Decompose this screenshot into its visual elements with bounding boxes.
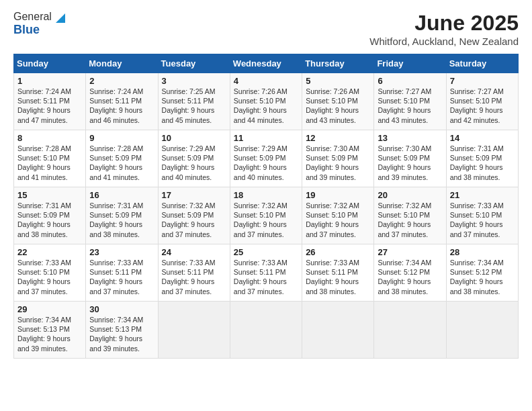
day-number: 28	[450, 247, 515, 257]
day-info: Sunrise: 7:34 AMSunset: 5:12 PMDaylight:…	[450, 259, 504, 295]
day-number: 27	[378, 247, 442, 257]
table-row	[158, 302, 230, 359]
calendar-week-row: 1Sunrise: 7:24 AMSunset: 5:11 PMDaylight…	[14, 73, 519, 130]
table-row: 7Sunrise: 7:27 AMSunset: 5:10 PMDaylight…	[446, 73, 518, 130]
day-info: Sunrise: 7:26 AMSunset: 5:10 PMDaylight:…	[234, 87, 287, 124]
day-number: 8	[17, 133, 82, 143]
calendar-table: Sunday Monday Tuesday Wednesday Thursday…	[13, 54, 519, 359]
table-row	[446, 302, 518, 359]
day-info: Sunrise: 7:28 AMSunset: 5:09 PMDaylight:…	[89, 144, 143, 181]
table-row: 26Sunrise: 7:33 AMSunset: 5:11 PMDayligh…	[302, 244, 374, 302]
table-row: 23Sunrise: 7:33 AMSunset: 5:11 PMDayligh…	[86, 244, 158, 302]
day-info: Sunrise: 7:33 AMSunset: 5:11 PMDaylight:…	[162, 259, 216, 295]
day-number: 20	[378, 190, 442, 200]
table-row: 15Sunrise: 7:31 AMSunset: 5:09 PMDayligh…	[14, 187, 86, 244]
col-thursday: Thursday	[302, 54, 374, 73]
table-row	[230, 302, 302, 359]
day-info: Sunrise: 7:27 AMSunset: 5:10 PMDaylight:…	[450, 87, 504, 124]
table-row: 25Sunrise: 7:33 AMSunset: 5:11 PMDayligh…	[230, 244, 302, 302]
table-row: 12Sunrise: 7:30 AMSunset: 5:09 PMDayligh…	[302, 130, 374, 187]
day-number: 18	[234, 190, 298, 200]
table-row: 24Sunrise: 7:33 AMSunset: 5:11 PMDayligh…	[158, 244, 230, 302]
col-sunday: Sunday	[14, 54, 86, 73]
table-row: 8Sunrise: 7:28 AMSunset: 5:10 PMDaylight…	[14, 130, 86, 187]
day-info: Sunrise: 7:31 AMSunset: 5:09 PMDaylight:…	[89, 201, 143, 238]
day-number: 19	[306, 190, 370, 200]
day-info: Sunrise: 7:33 AMSunset: 5:11 PMDaylight:…	[89, 259, 143, 295]
table-row: 22Sunrise: 7:33 AMSunset: 5:10 PMDayligh…	[14, 244, 86, 302]
month-title: June 2025	[369, 11, 519, 36]
logo-arrow-icon	[53, 11, 65, 23]
day-number: 13	[378, 133, 442, 143]
day-number: 9	[89, 133, 154, 143]
header: General Blue June 2025 Whitford, Aucklan…	[13, 11, 519, 47]
day-info: Sunrise: 7:31 AMSunset: 5:09 PMDaylight:…	[17, 201, 71, 238]
table-row: 20Sunrise: 7:32 AMSunset: 5:10 PMDayligh…	[374, 187, 446, 244]
day-number: 24	[162, 247, 226, 257]
day-info: Sunrise: 7:32 AMSunset: 5:10 PMDaylight:…	[378, 201, 431, 238]
table-row: 28Sunrise: 7:34 AMSunset: 5:12 PMDayligh…	[446, 244, 518, 302]
col-friday: Friday	[374, 54, 446, 73]
table-row: 3Sunrise: 7:25 AMSunset: 5:11 PMDaylight…	[158, 73, 230, 130]
day-info: Sunrise: 7:33 AMSunset: 5:10 PMDaylight:…	[17, 259, 71, 295]
calendar-week-row: 22Sunrise: 7:33 AMSunset: 5:10 PMDayligh…	[14, 244, 519, 302]
calendar-week-row: 29Sunrise: 7:34 AMSunset: 5:13 PMDayligh…	[14, 302, 519, 359]
day-info: Sunrise: 7:27 AMSunset: 5:10 PMDaylight:…	[378, 87, 431, 124]
logo-blue-text: Blue	[13, 23, 40, 36]
day-number: 1	[17, 76, 82, 86]
calendar-week-row: 15Sunrise: 7:31 AMSunset: 5:09 PMDayligh…	[14, 187, 519, 244]
day-info: Sunrise: 7:31 AMSunset: 5:09 PMDaylight:…	[450, 144, 504, 181]
day-info: Sunrise: 7:30 AMSunset: 5:09 PMDaylight:…	[306, 144, 359, 181]
table-row: 19Sunrise: 7:32 AMSunset: 5:10 PMDayligh…	[302, 187, 374, 244]
day-info: Sunrise: 7:24 AMSunset: 5:11 PMDaylight:…	[89, 87, 143, 124]
day-info: Sunrise: 7:29 AMSunset: 5:09 PMDaylight:…	[162, 144, 216, 181]
day-number: 22	[17, 247, 82, 257]
day-number: 7	[450, 76, 515, 86]
day-info: Sunrise: 7:34 AMSunset: 5:13 PMDaylight:…	[89, 316, 143, 353]
day-number: 23	[89, 247, 154, 257]
day-info: Sunrise: 7:34 AMSunset: 5:13 PMDaylight:…	[17, 316, 71, 353]
col-wednesday: Wednesday	[230, 54, 302, 73]
day-number: 14	[450, 133, 515, 143]
day-number: 12	[306, 133, 370, 143]
table-row: 17Sunrise: 7:32 AMSunset: 5:09 PMDayligh…	[158, 187, 230, 244]
day-number: 3	[162, 76, 226, 86]
calendar-header-row: Sunday Monday Tuesday Wednesday Thursday…	[14, 54, 519, 73]
table-row: 30Sunrise: 7:34 AMSunset: 5:13 PMDayligh…	[86, 302, 158, 359]
table-row: 1Sunrise: 7:24 AMSunset: 5:11 PMDaylight…	[14, 73, 86, 130]
day-info: Sunrise: 7:24 AMSunset: 5:11 PMDaylight:…	[17, 87, 71, 124]
day-number: 15	[17, 190, 82, 200]
table-row: 13Sunrise: 7:30 AMSunset: 5:09 PMDayligh…	[374, 130, 446, 187]
col-monday: Monday	[86, 54, 158, 73]
day-info: Sunrise: 7:32 AMSunset: 5:10 PMDaylight:…	[234, 201, 287, 238]
day-info: Sunrise: 7:33 AMSunset: 5:10 PMDaylight:…	[450, 201, 504, 238]
location: Whitford, Auckland, New Zealand	[369, 36, 519, 47]
day-info: Sunrise: 7:29 AMSunset: 5:09 PMDaylight:…	[234, 144, 287, 181]
day-number: 11	[234, 133, 298, 143]
table-row: 29Sunrise: 7:34 AMSunset: 5:13 PMDayligh…	[14, 302, 86, 359]
table-row	[302, 302, 374, 359]
day-info: Sunrise: 7:33 AMSunset: 5:11 PMDaylight:…	[306, 259, 359, 295]
day-info: Sunrise: 7:30 AMSunset: 5:09 PMDaylight:…	[378, 144, 431, 181]
svg-marker-0	[56, 13, 65, 23]
day-info: Sunrise: 7:26 AMSunset: 5:10 PMDaylight:…	[306, 87, 359, 124]
table-row: 9Sunrise: 7:28 AMSunset: 5:09 PMDaylight…	[86, 130, 158, 187]
day-info: Sunrise: 7:32 AMSunset: 5:10 PMDaylight:…	[306, 201, 359, 238]
day-number: 29	[17, 304, 82, 314]
table-row: 11Sunrise: 7:29 AMSunset: 5:09 PMDayligh…	[230, 130, 302, 187]
day-number: 6	[378, 76, 442, 86]
table-row: 4Sunrise: 7:26 AMSunset: 5:10 PMDaylight…	[230, 73, 302, 130]
calendar-week-row: 8Sunrise: 7:28 AMSunset: 5:10 PMDaylight…	[14, 130, 519, 187]
table-row: 5Sunrise: 7:26 AMSunset: 5:10 PMDaylight…	[302, 73, 374, 130]
day-info: Sunrise: 7:28 AMSunset: 5:10 PMDaylight:…	[17, 144, 71, 181]
page: General Blue June 2025 Whitford, Aucklan…	[0, 0, 532, 411]
day-number: 26	[306, 247, 370, 257]
day-info: Sunrise: 7:34 AMSunset: 5:12 PMDaylight:…	[378, 259, 431, 295]
day-number: 2	[89, 76, 154, 86]
day-number: 10	[162, 133, 226, 143]
logo-general-text: General	[13, 11, 52, 23]
col-saturday: Saturday	[446, 54, 518, 73]
day-number: 30	[89, 304, 154, 314]
title-block: June 2025 Whitford, Auckland, New Zealan…	[369, 11, 519, 47]
col-tuesday: Tuesday	[158, 54, 230, 73]
